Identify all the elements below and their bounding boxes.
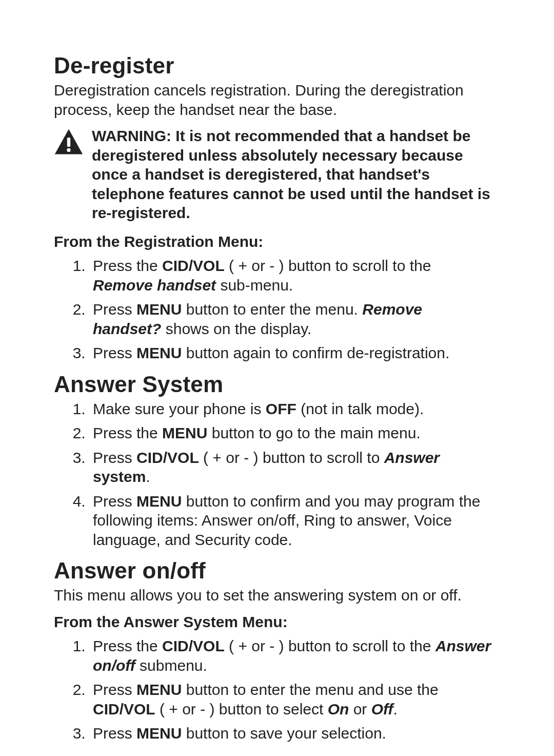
list-item: Press MENU button to enter the menu and … xyxy=(90,680,492,719)
heading-deregister: De-register xyxy=(54,51,492,80)
heading-answer-onoff: Answer on/off xyxy=(54,556,492,585)
deregister-steps: Press the CID/VOL ( + or - ) button to s… xyxy=(54,256,492,363)
list-item: Press the CID/VOL ( + or - ) button to s… xyxy=(90,636,492,675)
answer-system-steps: Make sure your phone is OFF (not in talk… xyxy=(54,399,492,550)
answer-onoff-steps: Press the CID/VOL ( + or - ) button to s… xyxy=(54,636,492,743)
warning-label: WARNING: xyxy=(92,127,171,144)
list-item: Make sure your phone is OFF (not in talk… xyxy=(90,399,492,419)
manual-page: De-register Deregistration cancels regis… xyxy=(0,0,554,756)
list-item: Press MENU button to enter the menu. Rem… xyxy=(90,300,492,338)
heading-answer-system: Answer System xyxy=(54,370,492,398)
list-item: Press the CID/VOL ( + or - ) button to s… xyxy=(90,256,492,295)
deregister-subhead: From the Registration Menu: xyxy=(54,232,492,251)
answer-onoff-subhead: From the Answer System Menu: xyxy=(54,612,492,632)
page-number: 24 xyxy=(54,752,492,757)
list-item: Press MENU button to confirm and you may… xyxy=(90,492,492,550)
svg-point-2 xyxy=(67,148,70,152)
list-item: Press CID/VOL ( + or - ) button to scrol… xyxy=(90,448,492,487)
list-item: Press MENU button again to confirm de-re… xyxy=(90,343,492,363)
deregister-intro: Deregistration cancels registration. Dur… xyxy=(54,81,492,119)
list-item: Press MENU button to save your selection… xyxy=(90,724,492,743)
warning-icon xyxy=(54,126,84,162)
warning-block: WARNING: It is not recommended that a ha… xyxy=(54,126,492,223)
warning-text: WARNING: It is not recommended that a ha… xyxy=(92,126,492,223)
svg-rect-1 xyxy=(67,138,70,147)
answer-onoff-intro: This menu allows you to set the answerin… xyxy=(54,586,492,605)
list-item: Press the MENU button to go to the main … xyxy=(90,423,492,443)
